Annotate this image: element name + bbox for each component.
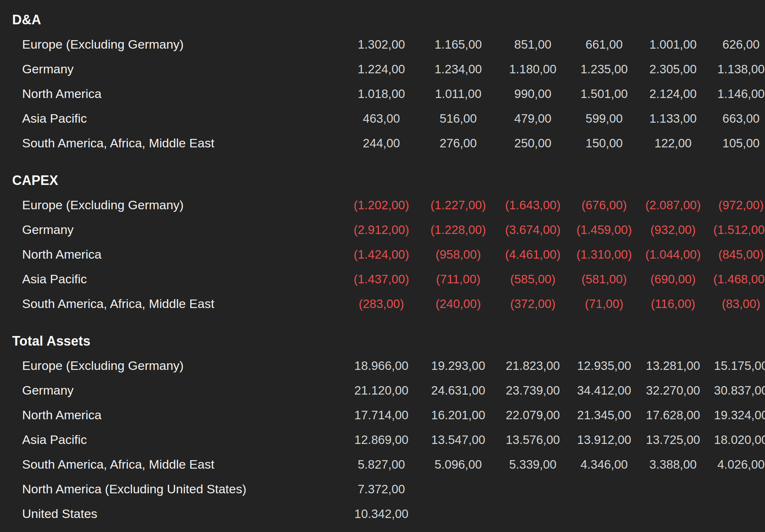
row-label: South America, Africa, Middle East bbox=[0, 457, 343, 472]
value-cell: 22.079,00 bbox=[496, 408, 569, 422]
row-label: North America (Excluding United States) bbox=[0, 482, 343, 496]
row-label: Europe (Excluding Germany) bbox=[0, 37, 343, 52]
value-cell: (1.459,00) bbox=[569, 223, 639, 237]
value-cell: (1.044,00) bbox=[639, 248, 707, 262]
value-cell: 2.124,00 bbox=[639, 87, 707, 101]
value-cell: 1.001,00 bbox=[639, 38, 707, 52]
value-cell: 4.026,00 bbox=[707, 458, 765, 472]
value-cell: 18.966,00 bbox=[343, 359, 420, 373]
value-cell: 990,00 bbox=[496, 87, 569, 101]
table-row: North America1.018,001.011,00990,001.501… bbox=[0, 81, 765, 106]
value-cell: 479,00 bbox=[496, 112, 569, 126]
value-cell: (2.087,00) bbox=[639, 198, 707, 212]
row-label: United States bbox=[0, 507, 343, 521]
value-cell: 32.270,00 bbox=[639, 384, 707, 398]
value-cell: (711,00) bbox=[420, 272, 496, 286]
table-row: Germany(2.912,00)(1.228,00)(3.674,00)(1.… bbox=[0, 217, 765, 242]
row-label: Germany bbox=[0, 223, 343, 237]
value-cell: 463,00 bbox=[343, 112, 420, 126]
value-cell: (1.202,00) bbox=[343, 198, 420, 212]
section-total-assets: Total AssetsEurope (Excluding Germany)18… bbox=[0, 329, 765, 526]
row-label: North America bbox=[0, 247, 343, 262]
table-row: Asia Pacific463,00516,00479,00599,001.13… bbox=[0, 106, 765, 131]
value-cell: 15.175,00 bbox=[707, 359, 765, 373]
value-cell: (4.461,00) bbox=[496, 248, 569, 262]
row-label: Asia Pacific bbox=[0, 111, 343, 126]
value-cell: 17.628,00 bbox=[639, 408, 707, 422]
value-cell: (1.437,00) bbox=[343, 272, 420, 286]
value-cell: 5.339,00 bbox=[496, 458, 569, 472]
value-cell: 1.018,00 bbox=[343, 87, 420, 101]
row-label: North America bbox=[0, 408, 343, 422]
value-cell: (585,00) bbox=[496, 272, 569, 286]
row-label: Germany bbox=[0, 383, 343, 398]
value-cell: (240,00) bbox=[420, 297, 496, 311]
value-cell: 30.837,00 bbox=[707, 384, 765, 398]
value-cell: (71,00) bbox=[569, 297, 639, 311]
table-row: United States10.342,00 bbox=[0, 501, 765, 526]
value-cell: (3.674,00) bbox=[496, 223, 569, 237]
value-cell: 1.133,00 bbox=[639, 112, 707, 126]
value-cell: 4.346,00 bbox=[569, 458, 639, 472]
value-cell: 13.912,00 bbox=[569, 433, 639, 447]
value-cell: (690,00) bbox=[639, 272, 707, 286]
value-cell: 5.096,00 bbox=[420, 458, 496, 472]
table-row: South America, Africa, Middle East5.827,… bbox=[0, 452, 765, 477]
value-cell: 1.180,00 bbox=[496, 62, 569, 76]
table-row: Europe (Excluding Germany)1.302,001.165,… bbox=[0, 32, 765, 57]
table-row: North America(1.424,00)(958,00)(4.461,00… bbox=[0, 242, 765, 267]
section-capex: CAPEXEurope (Excluding Germany)(1.202,00… bbox=[0, 168, 765, 316]
section-header: D&A bbox=[0, 7, 765, 32]
value-cell: (932,00) bbox=[639, 223, 707, 237]
value-cell: (372,00) bbox=[496, 297, 569, 311]
value-cell: (1.424,00) bbox=[343, 248, 420, 262]
table-row: Germany1.224,001.234,001.180,001.235,002… bbox=[0, 57, 765, 81]
value-cell: 19.293,00 bbox=[420, 359, 496, 373]
row-label: Europe (Excluding Germany) bbox=[0, 198, 343, 212]
value-cell: (581,00) bbox=[569, 272, 639, 286]
row-label: Europe (Excluding Germany) bbox=[0, 358, 343, 373]
value-cell: (1.227,00) bbox=[420, 198, 496, 212]
value-cell: 599,00 bbox=[569, 112, 639, 126]
value-cell: 18.020,00 bbox=[707, 433, 765, 447]
value-cell: (972,00) bbox=[707, 198, 765, 212]
value-cell: (1.643,00) bbox=[496, 198, 569, 212]
value-cell: (116,00) bbox=[639, 297, 707, 311]
value-cell: 661,00 bbox=[569, 38, 639, 52]
financial-statements-table[interactable]: D&AEurope (Excluding Germany)1.302,001.1… bbox=[0, 0, 765, 526]
value-cell: 10.342,00 bbox=[343, 507, 420, 521]
value-cell: 2.305,00 bbox=[639, 62, 707, 76]
value-cell: 1.146,00 bbox=[707, 87, 765, 101]
table-row: North America17.714,0016.201,0022.079,00… bbox=[0, 403, 765, 427]
value-cell: 1.011,00 bbox=[420, 87, 496, 101]
value-cell: (2.912,00) bbox=[343, 223, 420, 237]
value-cell: 1.235,00 bbox=[569, 62, 639, 76]
value-cell: 3.388,00 bbox=[639, 458, 707, 472]
value-cell: (845,00) bbox=[707, 248, 765, 262]
section-d-a: D&AEurope (Excluding Germany)1.302,001.1… bbox=[0, 7, 765, 155]
row-label: South America, Africa, Middle East bbox=[0, 297, 343, 311]
value-cell: 21.823,00 bbox=[496, 359, 569, 373]
row-label: Asia Pacific bbox=[0, 272, 343, 286]
table-row: Asia Pacific(1.437,00)(711,00)(585,00)(5… bbox=[0, 267, 765, 291]
value-cell: 19.324,00 bbox=[707, 408, 765, 422]
table-row: South America, Africa, Middle East(283,0… bbox=[0, 291, 765, 316]
value-cell: 17.714,00 bbox=[343, 408, 420, 422]
value-cell: 24.631,00 bbox=[420, 384, 496, 398]
value-cell: 21.120,00 bbox=[343, 384, 420, 398]
value-cell: 626,00 bbox=[707, 38, 765, 52]
row-label: South America, Africa, Middle East bbox=[0, 136, 343, 150]
section-header: Total Assets bbox=[0, 329, 765, 353]
value-cell: (1.310,00) bbox=[569, 248, 639, 262]
value-cell: 12.869,00 bbox=[343, 433, 420, 447]
value-cell: 13.281,00 bbox=[639, 359, 707, 373]
value-cell: 16.201,00 bbox=[420, 408, 496, 422]
value-cell: 122,00 bbox=[639, 136, 707, 150]
value-cell: 13.547,00 bbox=[420, 433, 496, 447]
value-cell: 250,00 bbox=[496, 136, 569, 150]
value-cell: 150,00 bbox=[569, 136, 639, 150]
value-cell: 851,00 bbox=[496, 38, 569, 52]
value-cell: 1.224,00 bbox=[343, 62, 420, 76]
table-row: Germany21.120,0024.631,0023.739,0034.412… bbox=[0, 378, 765, 403]
value-cell: (676,00) bbox=[569, 198, 639, 212]
